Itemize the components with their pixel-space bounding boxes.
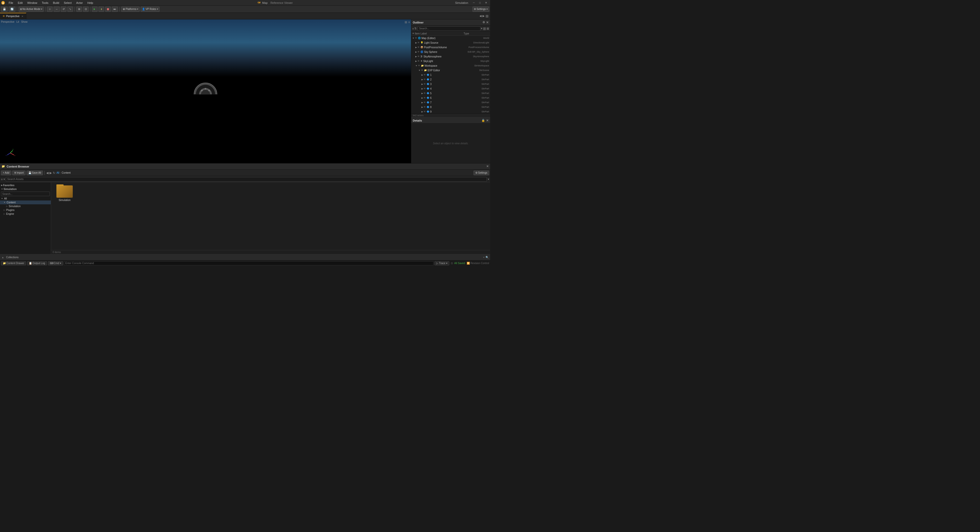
tab-add-icon[interactable]: ⊞ xyxy=(485,14,488,18)
content-browser-icon: 📁 xyxy=(2,165,5,168)
console-input[interactable] xyxy=(64,261,434,265)
menu-window[interactable]: Window xyxy=(25,1,39,5)
folder-name-label: Simulation xyxy=(59,199,71,202)
details-lock-icon[interactable]: 🔒 xyxy=(482,119,485,122)
tree-row[interactable]: ▶👁🔷2SkrPart xyxy=(411,77,490,82)
outliner-sort-icon[interactable]: ⇅ xyxy=(414,27,417,30)
toolbar-source-control-btn[interactable]: 🔄 xyxy=(9,6,15,12)
tab-left-icon[interactable]: ◀ xyxy=(479,14,482,18)
tree-row[interactable]: ▼👁📁EXP EditorSkrScene xyxy=(411,68,490,73)
favorites-header[interactable]: ▶ Favorites xyxy=(0,183,51,187)
mode-chevron-icon xyxy=(41,9,42,10)
play-options-btn[interactable]: ⏭ xyxy=(112,6,118,12)
tree-row[interactable]: ▶👁🔷6SkrPart xyxy=(411,96,490,100)
stop-button[interactable] xyxy=(105,6,111,12)
transform-move-btn[interactable]: ↔ xyxy=(54,6,60,12)
tree-row[interactable]: ▶👁💡Light SourceDirectionalLight xyxy=(411,40,490,45)
transform-scale-btn[interactable]: ⤡ xyxy=(67,6,73,12)
add-button[interactable]: + Add xyxy=(1,170,11,175)
outliner-search-input[interactable] xyxy=(418,26,480,31)
collections-expand-icon[interactable]: ▲ xyxy=(2,256,4,259)
tree-item-type: SkrPart xyxy=(480,97,489,99)
source-search-input[interactable] xyxy=(1,191,50,196)
tree-row[interactable]: ▶👁🔷3SkrPart xyxy=(411,82,490,86)
save-all-button[interactable]: 💾 Save All xyxy=(27,170,43,175)
content-browser-close-icon[interactable]: ✕ xyxy=(486,165,488,168)
menu-build[interactable]: Build xyxy=(51,1,61,5)
settings-dropdown[interactable]: ⚙ Settings xyxy=(473,6,489,12)
outliner-settings-icon[interactable]: ⊠ xyxy=(487,27,489,30)
details-close-icon[interactable]: ✕ xyxy=(486,119,488,122)
tree-row[interactable]: ▶👁🔷4SkrPart xyxy=(411,86,490,91)
tree-row[interactable]: ▶👁☀SkyLightSkyLight xyxy=(411,59,490,63)
pause-button[interactable]: ⏸ xyxy=(99,6,104,12)
breadcrumb-all[interactable]: All xyxy=(56,171,59,174)
source-plugins[interactable]: ▷ Plugins xyxy=(0,208,51,212)
menu-select[interactable]: Select xyxy=(62,1,74,5)
viewport-tab-close[interactable]: ✕ xyxy=(21,15,24,18)
asset-search-input[interactable] xyxy=(6,177,487,182)
snap-angle-btn[interactable]: ⊡ xyxy=(83,6,89,12)
visibility-icon: 👁 xyxy=(421,69,423,72)
menu-actor[interactable]: Actor xyxy=(74,1,85,5)
transform-rotate-btn[interactable]: ↺ xyxy=(61,6,66,12)
transform-select-btn[interactable]: ⊹ xyxy=(47,6,52,12)
history-back-icon[interactable]: ◀ xyxy=(46,171,48,175)
search-expand-icon[interactable]: ▾ xyxy=(488,178,489,181)
mode-dropdown[interactable]: ⊞ No Active Mode xyxy=(19,6,44,12)
viewport-tab[interactable]: 👁 Perspective ✕ xyxy=(0,13,26,19)
viewport-options-icon[interactable]: ≡ xyxy=(408,21,410,24)
outliner-close-icon[interactable]: ✕ xyxy=(486,21,488,24)
tree-row[interactable]: ▶👁📦PostProcessVolumePostProcessVolume xyxy=(411,45,490,49)
cmd-button[interactable]: ⌨ Cmd xyxy=(48,261,63,265)
play-button[interactable] xyxy=(92,6,97,12)
menu-file[interactable]: File xyxy=(6,1,15,5)
viewport-tab-icon: 👁 xyxy=(3,15,5,18)
source-simulation[interactable]: ▷ Simulation xyxy=(0,204,51,208)
minimize-button[interactable]: ─ xyxy=(471,0,477,6)
tree-row[interactable]: ▶👁🌫SkyAtmosphereSkyAtmosphere xyxy=(411,54,490,59)
tree-row[interactable]: ▶👁🌀Sky SphereEdit BP_Sky_Sphere xyxy=(411,49,490,54)
tree-row[interactable]: ▼👁📁WorkspaceSkrWorkspace xyxy=(411,63,490,68)
filter-icon[interactable]: ≡ xyxy=(1,178,3,181)
viewport[interactable]: X Z Y Perspective Lit Show ⊞ ≡ xyxy=(0,19,411,163)
close-button[interactable]: ✕ xyxy=(483,0,489,6)
platforms-dropdown[interactable]: 🖥 Platforms xyxy=(121,6,140,12)
toolbar-save-btn[interactable]: 💾 xyxy=(1,6,8,12)
simulation-folder[interactable]: Simulation xyxy=(53,185,76,202)
tree-row[interactable]: ▶👁🔷5SkrPart xyxy=(411,91,490,96)
simulation-header[interactable]: ▼ Simulation xyxy=(0,187,51,191)
breadcrumb-content[interactable]: Content xyxy=(62,171,71,174)
vp-roles-dropdown[interactable]: 👤 VP Roles xyxy=(141,6,159,12)
filter-chevron-icon[interactable]: ▾ xyxy=(3,178,5,181)
source-content[interactable]: ▼ Content xyxy=(0,201,51,204)
tab-right-icon[interactable]: ▶ xyxy=(482,14,485,18)
tree-row[interactable]: ▼👁🌐Map (Editor)World xyxy=(411,36,490,40)
cb-settings-button[interactable]: ⚙ Settings xyxy=(474,170,489,175)
menu-help[interactable]: Help xyxy=(85,1,95,5)
outliner-add-icon[interactable]: ⊞ xyxy=(483,27,486,31)
menu-tools[interactable]: Tools xyxy=(40,1,51,5)
snap-btn[interactable]: ⊞ xyxy=(76,6,82,12)
maximize-button[interactable]: □ xyxy=(477,0,483,6)
source-all[interactable]: ▼ All xyxy=(0,197,51,201)
collections-search-icon[interactable]: 🔍 xyxy=(485,256,488,259)
trace-button[interactable]: ▷ Trace xyxy=(434,261,449,265)
content-drawer-button[interactable]: 📁 Content Drawer xyxy=(1,261,26,265)
outliner-filter-icon[interactable]: ≡ xyxy=(412,27,414,30)
toolbar-sep-4 xyxy=(90,7,91,11)
import-button[interactable]: ⬆ Import xyxy=(12,170,25,175)
tree-row[interactable]: ▶👁🔷1SkrPart xyxy=(411,73,490,77)
viewport-maximize-icon[interactable]: ⊞ xyxy=(405,21,407,24)
menu-edit[interactable]: Edit xyxy=(16,1,25,5)
tree-row[interactable]: ▶👁🔷7SkrPart xyxy=(411,100,490,105)
collections-add-icon[interactable]: + xyxy=(483,256,485,259)
outliner-options-icon[interactable]: ⚙ xyxy=(482,21,485,24)
history-forward-icon[interactable]: ▶ xyxy=(49,171,52,175)
source-engine[interactable]: ▷ Engine xyxy=(0,212,51,216)
output-log-button[interactable]: 📋 Output Log xyxy=(27,261,47,265)
refresh-icon[interactable]: ↻ xyxy=(53,171,56,175)
tree-row[interactable]: ▶👁🔷9SkrPart xyxy=(411,109,490,113)
tree-row[interactable]: ▶👁🔷8SkrPart xyxy=(411,105,490,109)
outliner-chevron-icon[interactable]: ▾ xyxy=(481,27,482,30)
